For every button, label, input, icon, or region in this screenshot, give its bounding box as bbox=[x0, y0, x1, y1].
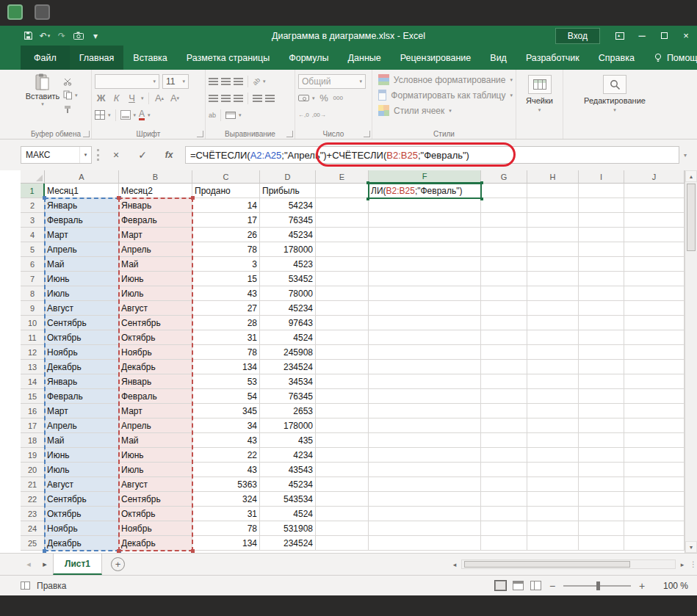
row-header-8[interactable]: 8 bbox=[21, 286, 45, 301]
cell-H23[interactable] bbox=[527, 507, 579, 521]
cell-G7[interactable] bbox=[481, 272, 527, 286]
column-header-F[interactable]: F bbox=[369, 170, 481, 184]
cell-C5[interactable]: 78 bbox=[192, 242, 260, 257]
cell-B7[interactable]: Июнь bbox=[119, 272, 192, 286]
cell-C19[interactable]: 22 bbox=[192, 448, 260, 463]
vertical-scroll-thumb[interactable] bbox=[687, 184, 696, 251]
row-header-25[interactable]: 25 bbox=[21, 536, 45, 551]
cell-I24[interactable] bbox=[579, 521, 624, 536]
cell-B8[interactable]: Июль bbox=[119, 286, 192, 301]
cell-I8[interactable] bbox=[579, 286, 624, 301]
zoom-out-button[interactable]: − bbox=[548, 580, 557, 592]
cell-D5[interactable]: 178000 bbox=[260, 242, 316, 257]
cell-I22[interactable] bbox=[579, 492, 624, 507]
cell-E23[interactable] bbox=[316, 507, 369, 521]
scroll-right-button[interactable]: ▸ bbox=[676, 561, 688, 568]
cell-B3[interactable]: Февраль bbox=[119, 213, 192, 228]
cell-F1-formula-edit[interactable]: ЛИ(B2:B25;"Февраль") bbox=[369, 184, 481, 198]
cell-G10[interactable] bbox=[481, 316, 527, 330]
cell-I15[interactable] bbox=[579, 389, 624, 404]
column-header-E[interactable]: E bbox=[316, 170, 369, 184]
cell-H12[interactable] bbox=[527, 345, 579, 360]
redo-button[interactable]: ↷ bbox=[54, 29, 69, 43]
cell-F19[interactable] bbox=[369, 448, 481, 463]
cell-C24[interactable]: 78 bbox=[192, 521, 260, 536]
cell-A19[interactable]: Июнь bbox=[45, 448, 119, 463]
cell-H25[interactable] bbox=[527, 536, 579, 551]
format-as-table-button[interactable]: Форматировать как таблицу ▾ bbox=[375, 87, 513, 103]
cell-A6[interactable]: Май bbox=[45, 257, 119, 272]
ribbon-tab-file[interactable]: Файл bbox=[21, 46, 70, 70]
cell-A5[interactable]: Апрель bbox=[45, 242, 119, 257]
increase-indent-icon[interactable] bbox=[265, 95, 275, 102]
cell-E1[interactable] bbox=[316, 184, 369, 198]
row-header-20[interactable]: 20 bbox=[21, 463, 45, 477]
cell-A2[interactable]: Январь bbox=[45, 198, 119, 213]
ribbon-tab-view[interactable]: Вид bbox=[480, 46, 516, 70]
column-header-G[interactable]: G bbox=[481, 170, 527, 184]
cell-C6[interactable]: 3 bbox=[192, 257, 260, 272]
cell-E8[interactable] bbox=[316, 286, 369, 301]
cell-B11[interactable]: Октябрь bbox=[119, 330, 192, 345]
cell-G1[interactable] bbox=[481, 184, 527, 198]
row-header-22[interactable]: 22 bbox=[21, 492, 45, 507]
column-header-B[interactable]: B bbox=[119, 170, 192, 184]
row-header-23[interactable]: 23 bbox=[21, 507, 45, 521]
cell-E25[interactable] bbox=[316, 536, 369, 551]
cell-E17[interactable] bbox=[316, 418, 369, 433]
cell-G25[interactable] bbox=[481, 536, 527, 551]
cell-H17[interactable] bbox=[527, 418, 579, 433]
cell-A20[interactable]: Июль bbox=[45, 463, 119, 477]
cell-J15[interactable] bbox=[624, 389, 685, 404]
row-header-17[interactable]: 17 bbox=[21, 418, 45, 433]
cell-H22[interactable] bbox=[527, 492, 579, 507]
orientation-icon[interactable]: ab bbox=[251, 76, 261, 86]
cell-J23[interactable] bbox=[624, 507, 685, 521]
formula-input[interactable]: =СЧЁТЕСЛИ(A2:A25;"Апрель")+СЧЁТЕСЛИ(B2:B… bbox=[185, 146, 679, 164]
cell-E2[interactable] bbox=[316, 198, 369, 213]
cell-I7[interactable] bbox=[579, 272, 624, 286]
align-middle-icon[interactable] bbox=[221, 78, 231, 85]
zoom-slider[interactable] bbox=[563, 585, 631, 587]
cell-B10[interactable]: Сентябрь bbox=[119, 316, 192, 330]
page-layout-view-button[interactable] bbox=[513, 581, 524, 590]
cell-B24[interactable]: Ноябрь bbox=[119, 521, 192, 536]
ribbon-tab-developer[interactable]: Разработчик bbox=[516, 46, 589, 70]
cell-D9[interactable]: 45234 bbox=[260, 301, 316, 316]
cell-J21[interactable] bbox=[624, 477, 685, 492]
cell-A4[interactable]: Март bbox=[45, 228, 119, 242]
cell-A25[interactable]: Декабрь bbox=[45, 536, 119, 551]
cell-A3[interactable]: Февраль bbox=[45, 213, 119, 228]
align-top-icon[interactable] bbox=[209, 78, 218, 85]
cell-F24[interactable] bbox=[369, 521, 481, 536]
cell-F12[interactable] bbox=[369, 345, 481, 360]
cell-F10[interactable] bbox=[369, 316, 481, 330]
cell-H2[interactable] bbox=[527, 198, 579, 213]
cell-G6[interactable] bbox=[481, 257, 527, 272]
cell-B6[interactable]: Май bbox=[119, 257, 192, 272]
align-center-icon[interactable] bbox=[221, 95, 231, 102]
cell-B4[interactable]: Март bbox=[119, 228, 192, 242]
cell-D21[interactable]: 45234 bbox=[260, 477, 316, 492]
ribbon-display-options-button[interactable] bbox=[609, 26, 631, 46]
cell-I1[interactable] bbox=[579, 184, 624, 198]
row-header-7[interactable]: 7 bbox=[21, 272, 45, 286]
vertical-scroll-track[interactable] bbox=[685, 182, 697, 541]
cell-J20[interactable] bbox=[624, 463, 685, 477]
align-right-icon[interactable] bbox=[234, 95, 243, 102]
cell-A12[interactable]: Ноябрь bbox=[45, 345, 119, 360]
formula-bar-drag-handle[interactable] bbox=[94, 149, 99, 161]
cell-A23[interactable]: Октябрь bbox=[45, 507, 119, 521]
row-header-9[interactable]: 9 bbox=[21, 301, 45, 316]
cell-J10[interactable] bbox=[624, 316, 685, 330]
column-header-H[interactable]: H bbox=[527, 170, 579, 184]
tab-split-handle[interactable]: ⋮ bbox=[690, 554, 697, 575]
close-button[interactable]: × bbox=[675, 26, 697, 46]
horizontal-scrollbar[interactable]: ◂ ▸ bbox=[447, 554, 690, 575]
number-format-combo[interactable]: Общий▾ bbox=[298, 74, 366, 89]
cell-J17[interactable] bbox=[624, 418, 685, 433]
cell-D13[interactable]: 234524 bbox=[260, 360, 316, 374]
merge-dropdown-icon[interactable]: ▾ bbox=[239, 112, 242, 118]
cells-button[interactable]: Ячейки ▾ bbox=[519, 75, 560, 113]
cell-J13[interactable] bbox=[624, 360, 685, 374]
